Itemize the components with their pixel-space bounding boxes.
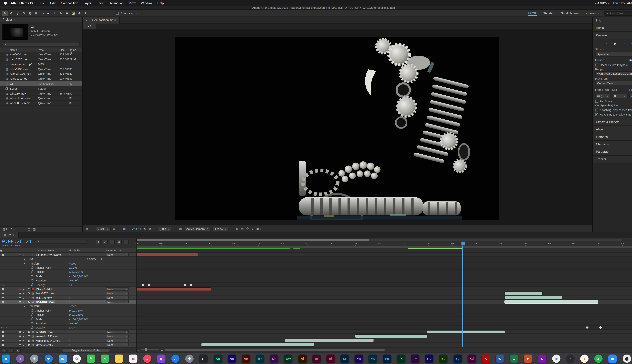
dock-music[interactable]: ♫: [143, 354, 151, 363]
expander-icon[interactable]: ▸: [23, 288, 24, 290]
bit-depth-label[interactable]: 8 bpc: [11, 228, 18, 231]
dock-photos[interactable]: ✿: [72, 354, 81, 363]
menu-help[interactable]: Help: [157, 1, 164, 5]
dock-safari[interactable]: ⊛: [44, 354, 52, 363]
switch-icon[interactable]: ◦: [70, 339, 70, 342]
panel-menu-icon[interactable]: ≡: [114, 18, 116, 22]
dock-premiere-rush[interactable]: Ru: [425, 354, 434, 363]
workspace-small-screen[interactable]: Small Screen: [561, 12, 579, 15]
property-label[interactable]: Opacity: [36, 283, 45, 286]
switch-icon[interactable]: ◦: [70, 344, 70, 346]
property-value[interactable]: 128.0,224.0: [68, 270, 83, 274]
switch-icon[interactable]: ◦: [70, 253, 70, 256]
property-label[interactable]: Scale: [36, 275, 42, 278]
layer-name[interactable]: tail0130.mov: [36, 296, 52, 299]
dock-app-store[interactable]: A: [171, 354, 180, 363]
timeline-property-row[interactable]: Scale∞100.0,100.0%: [0, 317, 632, 321]
row-track-lane[interactable]: [136, 291, 632, 296]
timeline-property-row[interactable]: Scale∞100.0,100.0%: [0, 274, 632, 278]
shortcut-select[interactable]: Spacebar∨: [595, 52, 632, 56]
expander-icon[interactable]: ▾: [24, 305, 25, 308]
flowchart-icon[interactable]: ❖: [246, 227, 249, 230]
property-label[interactable]: Position: [36, 313, 45, 316]
parent-link-select[interactable]: None∨: [106, 292, 129, 295]
property-value[interactable]: 0x+0.0°: [68, 279, 78, 282]
video-eye-icon[interactable]: [2, 301, 4, 303]
current-time-display[interactable]: 0:00:26:24: [2, 238, 32, 244]
item-name[interactable]: body0130.mov: [10, 68, 28, 70]
dock-lightroom[interactable]: Lr: [340, 354, 349, 363]
link-dimensions-icon[interactable]: ∞: [68, 275, 70, 278]
expander-icon[interactable]: ▾: [24, 258, 25, 260]
row-left-cell[interactable]: ▾TransformReset: [0, 304, 136, 308]
row-left-cell[interactable]: Anchor Point0.0,0.0: [0, 266, 136, 270]
property-label[interactable]: Anchor Point: [36, 309, 51, 312]
unified-camera-tool[interactable]: ◎: [27, 10, 33, 16]
video-eye-icon[interactable]: [2, 292, 4, 294]
menu-composition[interactable]: Composition: [61, 1, 78, 5]
layer-name[interactable]: rear-wh...130.mov: [36, 335, 58, 338]
dock-premiere[interactable]: Pr: [411, 354, 419, 363]
stopwatch-icon[interactable]: [31, 275, 33, 277]
property-label[interactable]: Rotation: [36, 322, 46, 325]
menu-effect[interactable]: Effect: [96, 1, 104, 5]
timeline-layer-row[interactable]: ▸8▤wheel top0140.mov◦/None∨: [0, 338, 632, 343]
apple-menu-icon[interactable]: [4, 2, 7, 4]
selection-tool[interactable]: ↖: [2, 10, 8, 16]
timeline-layer-row[interactable]: ▾1TStudent... maruyama◦/None∨: [0, 252, 632, 257]
row-track-lane[interactable]: [136, 317, 632, 321]
expander-icon[interactable]: ▾: [23, 300, 24, 303]
expander-icon[interactable]: ▾: [24, 262, 25, 265]
dock-system-preferences[interactable]: ⚙: [186, 354, 194, 363]
exposure-icon[interactable]: ◑: [251, 227, 253, 230]
current-time-indicator[interactable]: [462, 243, 463, 347]
panel-header-paragraph[interactable]: Paragraph≡: [593, 148, 632, 156]
project-row-rear0130-mov[interactable]: ▤rear0130.movQuickTime127 MB30: [0, 76, 82, 81]
layer-name[interactable]: Black Solid 1: [36, 288, 52, 290]
expander-icon[interactable]: ▸: [23, 292, 24, 295]
grid-guides-icon[interactable]: ⊞: [113, 227, 116, 230]
dock-xd[interactable]: Xd: [468, 354, 476, 363]
project-search-box[interactable]: ⚲: [2, 42, 80, 46]
label-color-chip[interactable]: [19, 301, 21, 303]
menu-window[interactable]: Window: [141, 1, 152, 5]
item-name[interactable]: wheel0017.mov: [10, 102, 30, 104]
always-preview-icon[interactable]: ▦: [86, 227, 88, 230]
row-track-lane[interactable]: [136, 343, 632, 347]
panel-header-tracker[interactable]: Tracker≡: [593, 156, 632, 163]
expander-icon[interactable]: ▸: [23, 335, 24, 338]
keyframe-icon[interactable]: [184, 283, 186, 286]
row-left-cell[interactable]: Position128.0,224.0: [0, 270, 136, 274]
column-separator[interactable]: [136, 238, 137, 352]
current-time-display[interactable]: 0:00:26:24: [123, 227, 141, 230]
switch-icon[interactable]: ◦: [70, 288, 70, 290]
column-name[interactable]: Name: [10, 48, 17, 51]
timeline-property-row[interactable]: Rotation0x+0.0°: [0, 321, 632, 326]
motion-blur-icon[interactable]: ◐: [124, 240, 129, 244]
row-left-cell[interactable]: Scale∞100.0,100.0%: [0, 274, 136, 278]
switch-icon[interactable]: ◦: [70, 296, 70, 299]
project-row-wheel0017-mov[interactable]: ▤wheel0017.movQuickTime30: [0, 101, 82, 106]
layer-duration-bar[interactable]: [137, 288, 211, 290]
dock-onenote[interactable]: N: [538, 354, 546, 363]
viewer-tab[interactable]: s2: [83, 24, 96, 29]
property-label[interactable]: Position: [36, 270, 45, 274]
play-button[interactable]: ▶: [614, 42, 617, 45]
reset-link[interactable]: Reset: [68, 262, 76, 265]
resolution-select[interactable]: Auto∨: [629, 94, 632, 98]
parent-link-select[interactable]: None∨: [106, 253, 129, 256]
dock-finder[interactable]: ☻: [2, 354, 10, 363]
parent-link-select[interactable]: None∨: [106, 288, 129, 291]
property-value[interactable]: ∞100.0,100.0%: [68, 318, 88, 320]
transparency-grid-icon[interactable]: ▩: [179, 227, 182, 230]
fast-previews-icon[interactable]: ⊟: [236, 227, 238, 230]
column-type[interactable]: Type: [38, 48, 44, 51]
item-name[interactable]: arm0000.mov: [10, 53, 27, 56]
resolution-select[interactable]: (Full)∨: [158, 226, 171, 231]
row-track-lane[interactable]: [136, 300, 632, 304]
row-left-cell[interactable]: ‹◇›Opacity0%: [0, 282, 136, 287]
row-left-cell[interactable]: Position640.0,360.0: [0, 312, 136, 317]
switch-icon[interactable]: ◦: [70, 300, 70, 303]
switch-icon[interactable]: /: [78, 335, 78, 337]
composition-viewer[interactable]: [83, 30, 592, 225]
